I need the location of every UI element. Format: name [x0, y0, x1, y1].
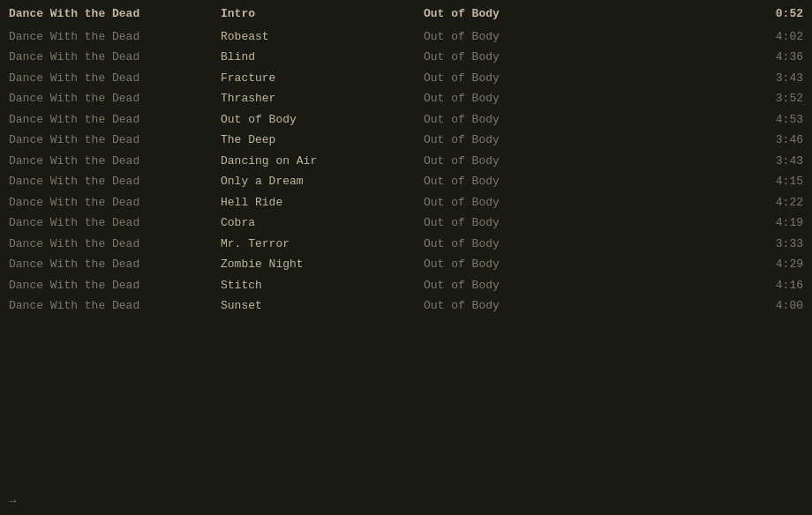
header-artist: Dance With the Dead [9, 5, 221, 23]
track-artist: Dance With the Dead [9, 90, 221, 108]
track-title: Mr. Terror [221, 235, 424, 253]
table-row[interactable]: Dance With the DeadHell RideOut of Body4… [0, 192, 812, 213]
track-album: Out of Body [424, 235, 600, 253]
track-artist: Dance With the Dead [9, 70, 221, 87]
track-album: Out of Body [424, 111, 600, 129]
track-title: Robeast [221, 28, 424, 46]
track-duration: 3:43 [600, 70, 803, 87]
track-album: Out of Body [424, 28, 600, 46]
track-album: Out of Body [424, 131, 600, 149]
track-album: Out of Body [424, 70, 600, 87]
track-duration: 4:36 [600, 49, 803, 66]
track-album: Out of Body [424, 90, 600, 108]
track-duration: 4:02 [600, 28, 803, 46]
track-duration: 3:46 [600, 131, 803, 149]
track-title: Thrasher [221, 90, 424, 108]
track-artist: Dance With the Dead [9, 153, 221, 170]
track-duration: 4:19 [600, 214, 803, 232]
track-title: Out of Body [221, 111, 424, 129]
track-title: Blind [221, 49, 424, 66]
header-title: Intro [221, 5, 424, 23]
table-row[interactable]: Dance With the DeadFractureOut of Body3:… [0, 68, 812, 89]
track-duration: 3:33 [600, 235, 803, 253]
track-title: Zombie Night [221, 256, 424, 273]
track-duration: 4:00 [600, 297, 803, 315]
track-artist: Dance With the Dead [9, 235, 221, 253]
track-title: Dancing on Air [221, 153, 424, 170]
track-album: Out of Body [424, 214, 600, 232]
arrow-icon: → [9, 494, 16, 508]
track-artist: Dance With the Dead [9, 194, 221, 212]
track-title: Only a Dream [221, 173, 424, 190]
track-artist: Dance With the Dead [9, 173, 221, 190]
track-duration: 4:53 [600, 111, 803, 129]
track-title: The Deep [221, 131, 424, 149]
track-duration: 3:43 [600, 153, 803, 170]
table-row[interactable]: Dance With the DeadOut of BodyOut of Bod… [0, 109, 812, 131]
header-duration: 0:52 [600, 5, 803, 23]
table-header: Dance With the Dead Intro Out of Body 0:… [0, 4, 812, 26]
track-album: Out of Body [424, 277, 600, 295]
table-row[interactable]: Dance With the DeadMr. TerrorOut of Body… [0, 234, 812, 255]
track-album: Out of Body [424, 297, 600, 315]
table-row[interactable]: Dance With the DeadRobeastOut of Body4:0… [0, 26, 812, 48]
track-title: Sunset [221, 297, 424, 315]
track-artist: Dance With the Dead [9, 297, 221, 315]
track-duration: 4:16 [600, 277, 803, 295]
table-row[interactable]: Dance With the DeadCobraOut of Body4:19 [0, 213, 812, 234]
track-album: Out of Body [424, 256, 600, 273]
track-artist: Dance With the Dead [9, 256, 221, 273]
track-duration: 4:15 [600, 173, 803, 190]
track-artist: Dance With the Dead [9, 49, 221, 66]
track-list: Dance With the Dead Intro Out of Body 0:… [0, 0, 812, 320]
track-title: Hell Ride [221, 194, 424, 212]
table-row[interactable]: Dance With the DeadBlindOut of Body4:36 [0, 47, 812, 68]
track-album: Out of Body [424, 173, 600, 190]
track-artist: Dance With the Dead [9, 28, 221, 46]
track-album: Out of Body [424, 49, 600, 66]
track-artist: Dance With the Dead [9, 277, 221, 295]
table-row[interactable]: Dance With the DeadOnly a DreamOut of Bo… [0, 171, 812, 192]
track-album: Out of Body [424, 153, 600, 170]
table-row[interactable]: Dance With the DeadZombie NightOut of Bo… [0, 254, 812, 275]
table-row[interactable]: Dance With the DeadThe DeepOut of Body3:… [0, 130, 812, 151]
table-row[interactable]: Dance With the DeadSunsetOut of Body4:00 [0, 295, 812, 317]
track-title: Fracture [221, 70, 424, 87]
track-artist: Dance With the Dead [9, 214, 221, 232]
track-artist: Dance With the Dead [9, 111, 221, 129]
table-row[interactable]: Dance With the DeadDancing on AirOut of … [0, 151, 812, 172]
track-title: Cobra [221, 214, 424, 232]
header-album: Out of Body [424, 5, 600, 23]
track-album: Out of Body [424, 194, 600, 212]
track-duration: 3:52 [600, 90, 803, 108]
track-duration: 4:22 [600, 194, 803, 212]
track-duration: 4:29 [600, 256, 803, 273]
table-row[interactable]: Dance With the DeadThrasherOut of Body3:… [0, 88, 812, 109]
track-title: Stitch [221, 277, 424, 295]
track-artist: Dance With the Dead [9, 131, 221, 149]
table-row[interactable]: Dance With the DeadStitchOut of Body4:16 [0, 275, 812, 296]
